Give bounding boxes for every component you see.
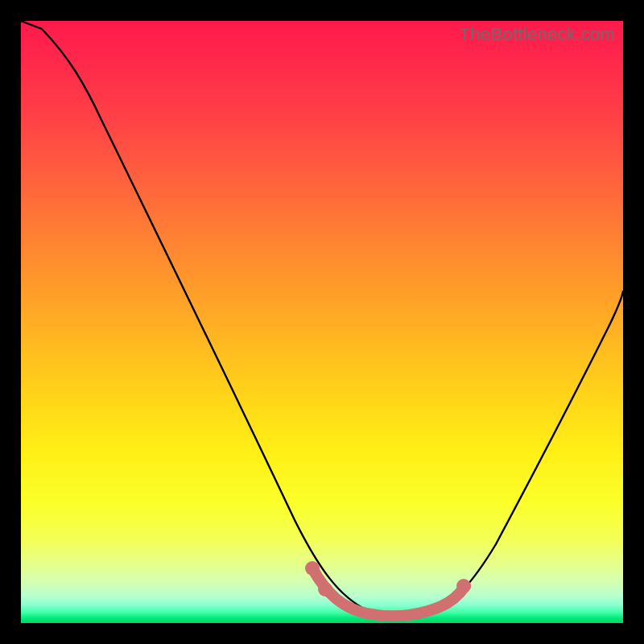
- plot-area: TheBottleneck.com: [21, 21, 623, 623]
- bottleneck-curve: [21, 21, 623, 617]
- svg-point-0: [305, 561, 320, 576]
- watermark-text: TheBottleneck.com: [460, 24, 615, 45]
- svg-point-2: [456, 579, 471, 593]
- curve-layer: [21, 21, 623, 623]
- highlight-band: [312, 568, 465, 616]
- svg-point-1: [318, 582, 332, 597]
- chart-frame: TheBottleneck.com: [0, 0, 644, 644]
